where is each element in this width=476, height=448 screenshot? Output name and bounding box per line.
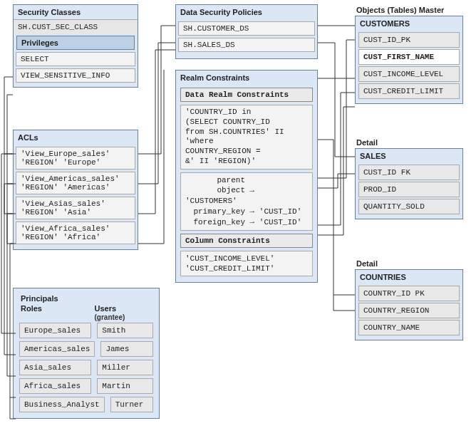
policy-sales: SH.SALES_DS bbox=[178, 38, 315, 52]
arrow-icon: → bbox=[250, 186, 255, 194]
priv-select: SELECT bbox=[16, 52, 135, 66]
policies-box: Data Security Policies SH.CUSTOMER_DS SH… bbox=[175, 4, 318, 59]
security-classes-title: Security Classes bbox=[14, 5, 138, 19]
principals-title: Principals bbox=[16, 291, 156, 304]
acl-europe: 'View_Europe_sales''REGION' 'Europe' bbox=[16, 147, 135, 170]
cust-col-3: CUST_INCOME_LEVEL bbox=[358, 66, 460, 82]
acl-africa: 'View_Africa_sales''REGION' 'Africa' bbox=[16, 222, 135, 244]
cust-col-4: CUST_CREDIT_LIMIT bbox=[358, 83, 460, 99]
user-smith: Smith bbox=[97, 323, 153, 338]
acl-americas: 'View_Americas_sales''REGION' 'Americas' bbox=[16, 172, 135, 194]
role-americas: Americas_sales bbox=[19, 341, 95, 357]
cust-col-1: CUST_ID_PK bbox=[358, 32, 460, 48]
realm-box: Realm Constraints Data Realm Constraints… bbox=[175, 70, 318, 283]
role-asia: Asia_sales bbox=[19, 360, 91, 375]
customers-box: CUSTOMERS CUST_ID_PK CUST_FIRST_NAME CUS… bbox=[355, 16, 463, 104]
customers-title: CUSTOMERS bbox=[356, 16, 462, 31]
sales-col-2: PROD_ID bbox=[358, 182, 460, 197]
security-classes-box: Security Classes SH.CUST_SEC_CLASS Privi… bbox=[13, 4, 138, 88]
user-martin: Martin bbox=[97, 378, 153, 394]
policies-title: Data Security Policies bbox=[176, 5, 317, 19]
principals-box: Principals Roles Users(grantee) Europe_s… bbox=[13, 288, 160, 419]
users-header: Users(grantee) bbox=[93, 304, 156, 321]
role-business: Business_Analyst bbox=[19, 397, 105, 412]
role-europe: Europe_sales bbox=[19, 323, 91, 338]
col-constraints: 'CUST_INCOME_LEVEL' 'CUST_CREDIT_LIMIT' bbox=[180, 251, 313, 277]
sales-title: SALES bbox=[356, 149, 462, 163]
role-africa: Africa_sales bbox=[19, 378, 91, 394]
data-realm-title: Data Realm Constraints bbox=[180, 88, 313, 102]
acl-asias: 'View_Asias_sales''REGION' 'Asia' bbox=[16, 197, 135, 219]
arrow-icon: → bbox=[250, 207, 255, 216]
countries-title: COUNTRIES bbox=[356, 270, 462, 284]
sec-class-item: SH.CUST_SEC_CLASS bbox=[14, 19, 138, 34]
realm-title: Realm Constraints bbox=[176, 71, 317, 85]
countries-col-1: COUNTRY_ID PK bbox=[358, 286, 460, 301]
user-james: James bbox=[100, 341, 153, 357]
arrow-icon: → bbox=[250, 218, 255, 226]
countries-col-3: COUNTRY_NAME bbox=[358, 320, 460, 335]
realm-keys: parent object → 'CUSTOMERS' primary_key … bbox=[180, 172, 313, 231]
cust-col-2: CUST_FIRST_NAME bbox=[358, 49, 460, 65]
sales-box: SALES CUST_ID FK PROD_ID QUANTITY_SOLD bbox=[355, 148, 463, 219]
priv-view-sensitive: VIEW_SENSITIVE_INFO bbox=[16, 68, 135, 83]
col-constraints-title: Column Constraints bbox=[180, 234, 313, 248]
user-turner: Turner bbox=[110, 397, 153, 412]
acls-box: ACLs 'View_Europe_sales''REGION' 'Europe… bbox=[13, 130, 138, 250]
countries-box: COUNTRIES COUNTRY_ID PK COUNTRY_REGION C… bbox=[355, 269, 463, 340]
countries-col-2: COUNTRY_REGION bbox=[358, 303, 460, 318]
privileges-title: Privileges bbox=[16, 36, 135, 50]
acls-title: ACLs bbox=[14, 130, 138, 145]
roles-header: Roles bbox=[16, 304, 93, 321]
sales-col-3: QUANTITY_SOLD bbox=[358, 199, 460, 214]
sales-col-1: CUST_ID FK bbox=[358, 165, 460, 180]
user-miller: Miller bbox=[97, 360, 153, 375]
realm-sql: 'COUNTRY_ID in (SELECT COUNTRY_ID from S… bbox=[180, 105, 313, 170]
policy-customer: SH.CUSTOMER_DS bbox=[178, 21, 315, 36]
